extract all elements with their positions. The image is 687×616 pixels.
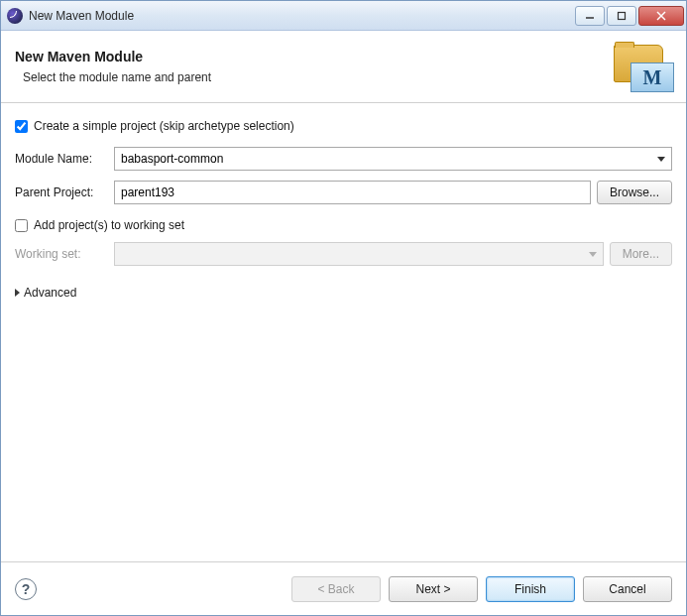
chevron-down-icon [589,252,597,257]
chevron-down-icon [657,157,665,162]
expand-triangle-icon [15,289,20,297]
simple-project-row: Create a simple project (skip archetype … [15,119,672,133]
working-set-combo [114,242,604,266]
content-area: Create a simple project (skip archetype … [1,103,686,561]
wizard-header: New Maven Module Select the module name … [1,31,686,103]
next-button[interactable]: Next > [389,576,478,602]
svg-rect-1 [619,12,626,19]
browse-button[interactable]: Browse... [597,181,672,204]
cancel-button[interactable]: Cancel [583,576,672,602]
module-name-value: babasport-common [121,152,223,166]
finish-button[interactable]: Finish [486,576,575,602]
simple-project-checkbox[interactable] [15,120,28,133]
window-controls [575,6,684,26]
dialog-window: New Maven Module New Maven Module Select… [0,0,687,616]
maximize-button[interactable] [607,6,636,26]
simple-project-label: Create a simple project (skip archetype … [34,119,294,133]
window-title: New Maven Module [29,9,575,23]
parent-project-label: Parent Project: [15,185,108,199]
page-title: New Maven Module [15,49,211,64]
page-subtitle: Select the module name and parent [15,70,211,84]
working-set-cb-label: Add project(s) to working set [34,218,184,232]
working-set-row: Working set: More... [15,242,672,266]
button-bar: ? < Back Next > Finish Cancel [1,561,686,615]
working-set-cb-row: Add project(s) to working set [15,218,672,232]
working-set-label: Working set: [15,247,108,261]
working-set-checkbox[interactable] [15,219,28,232]
advanced-label: Advanced [24,286,76,300]
close-button[interactable] [638,6,684,26]
advanced-expander[interactable]: Advanced [15,286,672,300]
parent-project-input[interactable] [114,181,591,204]
module-name-label: Module Name: [15,152,108,166]
minimize-button[interactable] [575,6,605,26]
help-button[interactable]: ? [15,578,37,600]
parent-project-row: Parent Project: Browse... [15,181,672,204]
eclipse-icon [7,8,23,24]
more-button: More... [610,242,672,266]
module-name-input[interactable]: babasport-common [114,147,672,171]
titlebar[interactable]: New Maven Module [1,1,686,31]
module-name-row: Module Name: babasport-common [15,147,672,171]
back-button: < Back [291,576,381,602]
maven-folder-icon: M [609,43,672,90]
